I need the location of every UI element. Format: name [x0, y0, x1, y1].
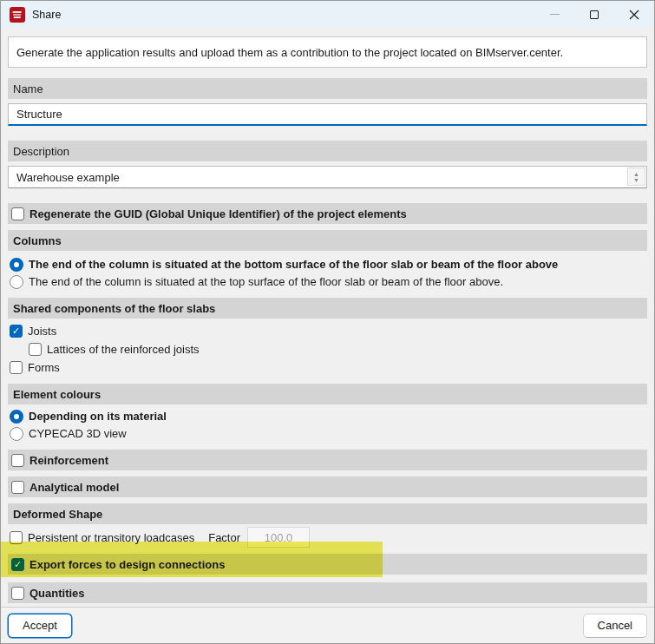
description-header-label: Description: [13, 145, 69, 158]
app-icon: [10, 7, 25, 23]
description-section-header: Description: [8, 141, 647, 161]
analytical-model-row[interactable]: Analytical model: [8, 476, 647, 497]
column-bottom-option[interactable]: The end of the column is situated at the…: [8, 255, 647, 273]
joists-row[interactable]: Joists: [8, 322, 647, 340]
column-top-option[interactable]: The end of the column is situated at the…: [8, 273, 647, 290]
name-header-label: Name: [13, 82, 43, 95]
forms-row[interactable]: Forms: [8, 358, 647, 377]
column-top-label: The end of the column is situated at the…: [23, 275, 503, 288]
forms-label: Forms: [23, 361, 60, 374]
guid-checkbox-row[interactable]: Regenerate the GUID (Global Unique Ident…: [8, 203, 647, 224]
forms-checkbox[interactable]: [10, 361, 23, 374]
description-field-wrap: ▲ ▼: [8, 166, 647, 188]
joists-label: Joists: [23, 325, 56, 338]
minimize-icon: [550, 14, 560, 15]
export-forces-label: Export forces to design connections: [24, 558, 225, 571]
factor-label: Factor: [208, 531, 240, 544]
name-section-header: Name: [8, 78, 647, 99]
export-forces-row[interactable]: Export forces to design connections: [8, 554, 647, 575]
analytical-model-checkbox[interactable]: [11, 481, 24, 494]
maximize-button[interactable]: [574, 1, 614, 28]
guid-label: Regenerate the GUID (Global Unique Ident…: [24, 207, 407, 220]
lattices-checkbox[interactable]: [29, 343, 42, 356]
reinforcement-row[interactable]: Reinforcement: [8, 450, 647, 470]
guid-checkbox[interactable]: [11, 207, 24, 220]
column-bottom-label: The end of the column is situated at the…: [23, 258, 558, 271]
close-button[interactable]: [614, 1, 654, 28]
dialog-content: Generate the application results and upl…: [1, 36, 654, 603]
column-bottom-radio[interactable]: [10, 258, 23, 272]
quantities-label: Quantities: [24, 587, 85, 600]
colours-header-label: Element colours: [13, 388, 101, 401]
close-icon: [629, 10, 639, 20]
deformed-section-header: Deformed Shape: [8, 503, 647, 524]
lattices-row[interactable]: Lattices of the reinforced joists: [8, 340, 647, 358]
joists-checkbox[interactable]: [10, 325, 23, 338]
material-colour-option[interactable]: Depending on its material: [8, 407, 647, 425]
intro-text: Generate the application results and upl…: [16, 46, 563, 59]
name-field-wrap: [8, 103, 647, 126]
deformed-header-label: Deformed Shape: [13, 508, 102, 521]
reinforcement-label: Reinforcement: [24, 454, 108, 467]
window-title: Share: [32, 9, 61, 21]
export-forces-checkbox[interactable]: [11, 558, 24, 571]
analytical-model-label: Analytical model: [24, 481, 119, 494]
maximize-icon: [590, 10, 599, 19]
quantities-row[interactable]: Quantities: [8, 582, 647, 603]
shared-section-header: Shared components of the floor slabs: [8, 298, 647, 319]
intro-box: Generate the application results and upl…: [8, 36, 647, 68]
accept-button[interactable]: Accept: [8, 614, 72, 638]
cypecad-view-radio[interactable]: [10, 427, 23, 441]
loadcases-checkbox[interactable]: [10, 531, 23, 544]
cypecad-view-option[interactable]: CYPECAD 3D view: [8, 425, 647, 442]
footer: Accept Cancel: [1, 607, 654, 643]
share-dialog: Share Generate the application results a…: [0, 0, 655, 644]
cancel-button[interactable]: Cancel: [583, 614, 647, 638]
spinner-down-icon[interactable]: ▼: [633, 177, 639, 183]
loadcases-label: Persistent or transitory loadcases: [23, 531, 194, 544]
description-spinner[interactable]: ▲ ▼: [627, 168, 645, 186]
name-input[interactable]: [8, 103, 647, 126]
minimize-button[interactable]: [534, 1, 574, 28]
lattices-label: Lattices of the reinforced joists: [42, 343, 200, 356]
material-colour-radio[interactable]: [10, 410, 23, 424]
shared-header-label: Shared components of the floor slabs: [13, 302, 215, 315]
titlebar: Share: [1, 1, 654, 28]
factor-input: [247, 527, 310, 548]
column-top-radio[interactable]: [10, 275, 23, 289]
colours-section-header: Element colours: [8, 384, 647, 404]
material-colour-label: Depending on its material: [23, 410, 167, 423]
description-input[interactable]: [8, 166, 647, 188]
cypecad-view-label: CYPECAD 3D view: [23, 427, 127, 440]
reinforcement-checkbox[interactable]: [11, 454, 24, 467]
loadcases-row: Persistent or transitory loadcases Facto…: [8, 526, 647, 549]
columns-section-header: Columns: [8, 230, 647, 251]
spinner-up-icon[interactable]: ▲: [633, 171, 639, 177]
quantities-checkbox[interactable]: [11, 587, 24, 600]
columns-header-label: Columns: [13, 234, 62, 247]
